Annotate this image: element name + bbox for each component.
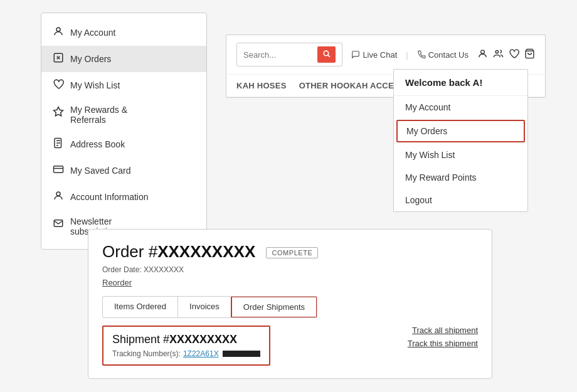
shipment-prefix: Shipment # <box>112 333 169 346</box>
track-this-link[interactable]: Track this shipment <box>408 339 478 348</box>
search-input[interactable] <box>243 50 314 60</box>
track-all-link[interactable]: Track all shipment <box>408 326 478 335</box>
order-date-label: Order Date: <box>102 265 142 274</box>
tab-invoices[interactable]: Invoices <box>178 297 231 317</box>
divider: | <box>406 50 408 60</box>
svg-point-10 <box>324 51 329 56</box>
live-chat-link[interactable]: Live Chat <box>351 50 397 60</box>
live-chat-label: Live Chat <box>363 50 397 60</box>
sidebar-item-label: My Saved Card <box>70 166 130 176</box>
tracking-row: Tracking Number(s): 1Z22A61X <box>112 349 260 358</box>
sidebar-item-label: My Orders <box>70 54 111 64</box>
cart-icon[interactable] <box>524 48 535 61</box>
order-title-prefix: Order # <box>102 242 157 261</box>
svg-point-8 <box>56 192 60 196</box>
top-icons <box>477 48 535 61</box>
phone-icon <box>417 50 426 59</box>
sidebar-item-label: Account Information <box>70 192 149 202</box>
wishlist-header-icon[interactable] <box>509 48 519 61</box>
order-panel: Order #XXXXXXXXX COMPLETE Order Date: XX… <box>88 229 492 379</box>
address-book-icon <box>53 137 64 151</box>
tracking-number[interactable]: 1Z22A61X <box>183 349 219 358</box>
sidebar-item-label: My Account <box>70 28 115 38</box>
account-icon <box>53 26 64 40</box>
search-box <box>236 43 342 66</box>
svg-point-13 <box>495 50 498 53</box>
svg-rect-6 <box>54 166 63 173</box>
user-list-icon[interactable] <box>493 48 504 61</box>
card-icon <box>53 164 64 177</box>
tabs-row: Items Ordered Invoices Order Shipments <box>102 296 317 318</box>
sidebar: My Account My Orders My Wish List My Rew… <box>41 13 207 250</box>
sidebar-item-label: My Wish List <box>70 80 120 90</box>
sidebar-item-label-2: Referrals <box>70 115 127 125</box>
sidebar-newsletter-label1: Newsletter <box>70 216 117 226</box>
tracking-label: Tracking Number(s): <box>112 349 181 358</box>
account-info-icon <box>53 190 64 204</box>
right-links: Track all shipment Track this shipment <box>408 326 478 352</box>
shipment-number: XXXXXXXXX <box>169 333 237 346</box>
shipment-title: Shipment #XXXXXXXXX <box>112 333 260 346</box>
sidebar-item-my-orders[interactable]: My Orders <box>41 46 206 72</box>
welcome-header: Welcome back A! <box>394 70 527 96</box>
wishlist-icon <box>53 78 64 92</box>
sidebar-item-rewards[interactable]: My Rewards & Referrals <box>41 98 206 131</box>
contact-us-link[interactable]: Contact Us <box>417 50 468 60</box>
sidebar-item-my-account[interactable]: My Account <box>41 19 206 46</box>
order-number: XXXXXXXXX <box>157 242 255 261</box>
svg-line-11 <box>328 55 330 57</box>
dropdown-my-orders[interactable]: My Orders <box>396 120 525 142</box>
chat-icon <box>351 50 360 59</box>
tab-items-ordered[interactable]: Items Ordered <box>103 297 178 317</box>
welcome-dropdown: Welcome back A! My Account My Orders My … <box>393 69 528 212</box>
sidebar-item-label: My Rewards & <box>70 105 127 115</box>
nav-kah-hoses[interactable]: KAH HOSES <box>236 81 287 90</box>
tab-order-shipments[interactable]: Order Shipments <box>231 296 317 318</box>
dropdown-wish-list[interactable]: My Wish List <box>394 144 527 166</box>
sidebar-item-address-book[interactable]: Address Book <box>41 131 206 157</box>
sidebar-item-saved-card[interactable]: My Saved Card <box>41 157 206 184</box>
dropdown-my-account[interactable]: My Account <box>394 96 527 119</box>
reorder-link[interactable]: Reorder <box>102 278 132 287</box>
rewards-icon <box>53 106 64 120</box>
order-title: Order #XXXXXXXXX COMPLETE <box>102 242 478 262</box>
status-badge: COMPLETE <box>266 247 318 258</box>
search-button[interactable] <box>317 46 336 63</box>
dropdown-reward-points[interactable]: My Reward Points <box>394 166 527 189</box>
shipment-row: Shipment #XXXXXXXXX Tracking Number(s): … <box>102 326 478 366</box>
contact-us-label: Contact Us <box>428 50 468 60</box>
order-date-value: XXXXXXXX <box>144 265 184 274</box>
sidebar-item-account-info[interactable]: Account Information <box>41 184 206 210</box>
sidebar-item-wish-list[interactable]: My Wish List <box>41 72 206 98</box>
sidebar-item-label: Address Book <box>70 139 125 149</box>
user-icon[interactable] <box>477 48 488 61</box>
svg-point-0 <box>56 28 60 31</box>
svg-point-12 <box>481 50 485 53</box>
tracking-redacted <box>223 351 260 357</box>
orders-icon <box>53 52 64 66</box>
newsletter-icon <box>53 218 64 231</box>
dropdown-logout[interactable]: Logout <box>394 189 527 211</box>
shipment-box: Shipment #XXXXXXXXX Tracking Number(s): … <box>102 326 270 366</box>
order-date: Order Date: XXXXXXXX <box>102 265 478 274</box>
